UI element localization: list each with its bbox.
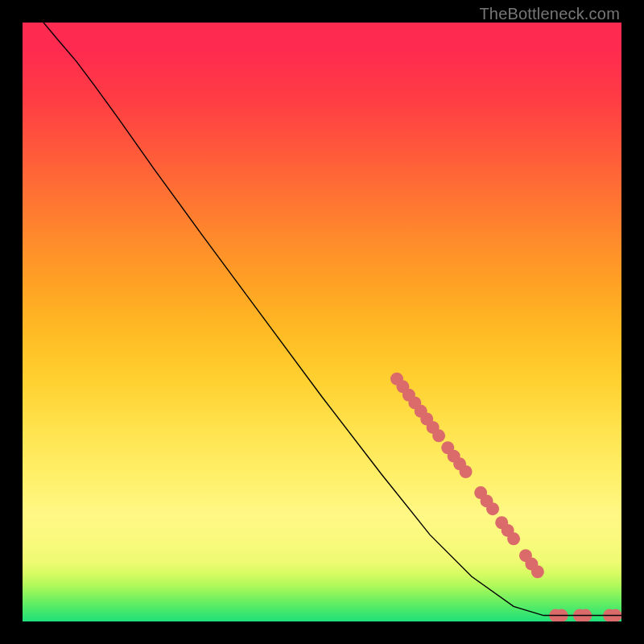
marker-dot xyxy=(531,565,544,578)
marker-dot xyxy=(486,502,499,515)
chart-background xyxy=(23,23,621,621)
marker-dot xyxy=(460,465,473,478)
chart-frame: TheBottleneck.com xyxy=(0,0,644,644)
chart-svg xyxy=(23,23,621,621)
marker-dot xyxy=(432,429,445,442)
plot-area xyxy=(23,23,621,621)
marker-dot xyxy=(507,532,520,545)
watermark-text: TheBottleneck.com xyxy=(479,5,620,23)
